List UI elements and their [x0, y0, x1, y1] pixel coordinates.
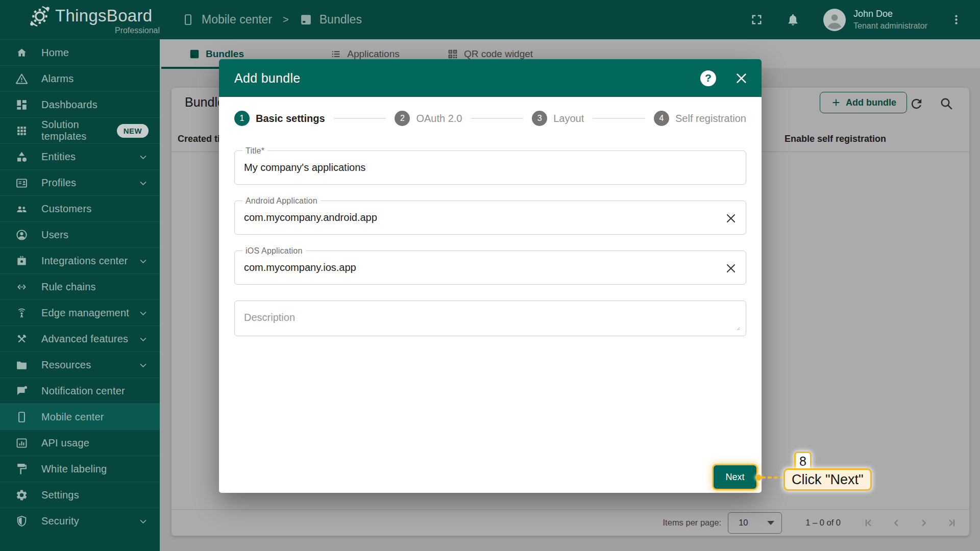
- brand-edition: Professional: [28, 26, 160, 35]
- breadcrumb-separator: >: [283, 14, 289, 26]
- notifications-bell-icon[interactable]: [786, 13, 800, 27]
- sidebar-item-security[interactable]: Security: [0, 508, 160, 534]
- sidebar-item-api-usage[interactable]: API usage: [0, 430, 160, 456]
- sidebar-item-solution-templates[interactable]: Solution templatesNEW: [0, 117, 160, 143]
- ios-application-field[interactable]: iOS Application com.mycompany.ios.app: [234, 251, 746, 285]
- integration-icon: [15, 255, 28, 267]
- alarm-icon: [15, 72, 28, 85]
- person-icon: [15, 229, 28, 241]
- sidebar-item-label: Solution templates: [41, 119, 117, 142]
- user-menu[interactable]: John Doe Tenant administrator: [823, 9, 927, 31]
- sidebar-item-white-labeling[interactable]: White labeling: [0, 456, 160, 482]
- sidebar-item-users[interactable]: Users: [0, 221, 160, 247]
- sidebar-item-label: API usage: [41, 437, 89, 449]
- brand-name: ThingsBoard: [55, 6, 152, 26]
- sidebar-item-resources[interactable]: Resources: [0, 352, 160, 378]
- step-oauth-2-0[interactable]: 2OAuth 2.0: [395, 111, 462, 126]
- sidebar-item-profiles[interactable]: Profiles: [0, 169, 160, 195]
- kebab-menu-icon[interactable]: [950, 13, 963, 26]
- avatar: [823, 9, 846, 31]
- breadcrumb-bundles[interactable]: Bundles: [300, 13, 362, 27]
- step-number: 1: [234, 111, 250, 126]
- sidebar-item-entities[interactable]: Entities: [0, 143, 160, 169]
- thingsboard-app: ThingsBoard Professional Mobile center >…: [0, 0, 980, 551]
- chevron-down-icon: [138, 178, 149, 188]
- ios-field-value: com.mycompany.ios.app: [244, 262, 356, 273]
- sidebar-item-notification-center[interactable]: Notification center: [0, 378, 160, 404]
- android-field-label: Android Application: [242, 196, 321, 206]
- phone-icon: [182, 13, 194, 26]
- step-self-registration[interactable]: 4Self registration: [654, 111, 746, 126]
- step-layout[interactable]: 3Layout: [532, 111, 584, 126]
- sidebar-item-mobile-center[interactable]: Mobile center: [0, 404, 160, 430]
- annotation-instruction: Click "Next": [783, 468, 872, 491]
- sidebar-item-label: Notification center: [41, 385, 125, 397]
- notification-icon: [15, 385, 28, 397]
- chevron-down-icon: [138, 516, 149, 527]
- dialog-title: Add bundle: [234, 71, 700, 86]
- sidebar-item-label: Alarms: [41, 73, 74, 85]
- gear-icon: [15, 489, 28, 502]
- sidebar-nav: HomeAlarmsDashboardsSolution templatesNE…: [0, 39, 160, 551]
- rulechain-icon: [15, 281, 28, 293]
- title-field[interactable]: Title* My company's applications: [234, 151, 746, 185]
- sidebar-item-rule-chains[interactable]: Rule chains: [0, 273, 160, 299]
- user-role: Tenant administrator: [853, 21, 927, 31]
- help-icon[interactable]: ?: [700, 70, 716, 86]
- sidebar-item-label: Resources: [41, 359, 91, 371]
- people-icon: [15, 203, 28, 215]
- close-icon[interactable]: [734, 71, 748, 85]
- sidebar-item-label: Profiles: [41, 177, 76, 189]
- sidebar-item-customers[interactable]: Customers: [0, 195, 160, 221]
- sidebar-item-label: Settings: [41, 489, 79, 501]
- title-field-value: My company's applications: [244, 162, 365, 173]
- description-textarea[interactable]: Description: [234, 300, 746, 336]
- annotation-connector-line: [762, 477, 784, 479]
- next-button[interactable]: Next: [714, 465, 756, 489]
- breadcrumb-mobile-center[interactable]: Mobile center: [182, 13, 272, 27]
- dialog-body: 1Basic settings2OAuth 2.03Layout4Self re…: [219, 97, 762, 493]
- sidebar-item-label: Users: [41, 229, 68, 241]
- sidebar-item-label: Edge management: [41, 307, 129, 319]
- clear-icon[interactable]: [724, 262, 738, 275]
- sidebar-item-label: Mobile center: [41, 411, 104, 423]
- step-number: 4: [654, 111, 669, 126]
- chevron-down-icon: [138, 360, 149, 370]
- thingsboard-gear-logo-icon: [28, 4, 51, 28]
- sidebar-item-label: Security: [41, 515, 79, 527]
- android-application-field[interactable]: Android Application com.mycompany.androi…: [234, 201, 746, 235]
- step-label: Self registration: [675, 113, 746, 124]
- step-number: 3: [532, 111, 547, 126]
- description-placeholder: Description: [244, 312, 295, 323]
- step-connector: [471, 118, 523, 119]
- title-field-label: Title*: [242, 146, 267, 156]
- resize-handle-icon[interactable]: [736, 327, 743, 334]
- thingsboard-logo[interactable]: ThingsBoard Professional: [0, 4, 160, 35]
- sidebar-item-label: Dashboards: [41, 99, 97, 111]
- sidebar-item-advanced-features[interactable]: Advanced features: [0, 325, 160, 352]
- top-header: ThingsBoard Professional Mobile center >…: [0, 0, 980, 39]
- fullscreen-icon[interactable]: [750, 13, 764, 27]
- breadcrumb: Mobile center > Bundles: [182, 13, 362, 27]
- category-icon: [15, 151, 28, 163]
- badge-icon: [15, 177, 28, 189]
- step-connector: [334, 118, 386, 119]
- sidebar-item-settings[interactable]: Settings: [0, 482, 160, 508]
- step-label: OAuth 2.0: [416, 113, 462, 124]
- sidebar-item-home[interactable]: Home: [0, 39, 160, 65]
- sidebar-item-integrations-center[interactable]: Integrations center: [0, 247, 160, 273]
- bundle-icon: [300, 13, 312, 26]
- sidebar-item-alarms[interactable]: Alarms: [0, 65, 160, 91]
- step-number: 2: [395, 111, 410, 126]
- android-field-value: com.mycompany.android.app: [244, 212, 377, 223]
- step-label: Basic settings: [256, 113, 325, 124]
- sidebar-item-dashboards[interactable]: Dashboards: [0, 91, 160, 117]
- paint-icon: [15, 463, 28, 475]
- sidebar-item-label: Customers: [41, 203, 92, 215]
- step-basic-settings[interactable]: 1Basic settings: [234, 111, 325, 126]
- step-label: Layout: [553, 113, 584, 124]
- clear-icon[interactable]: [724, 212, 738, 225]
- api-icon: [15, 437, 28, 449]
- apps-icon: [15, 124, 28, 137]
- sidebar-item-edge-management[interactable]: Edge management: [0, 299, 160, 325]
